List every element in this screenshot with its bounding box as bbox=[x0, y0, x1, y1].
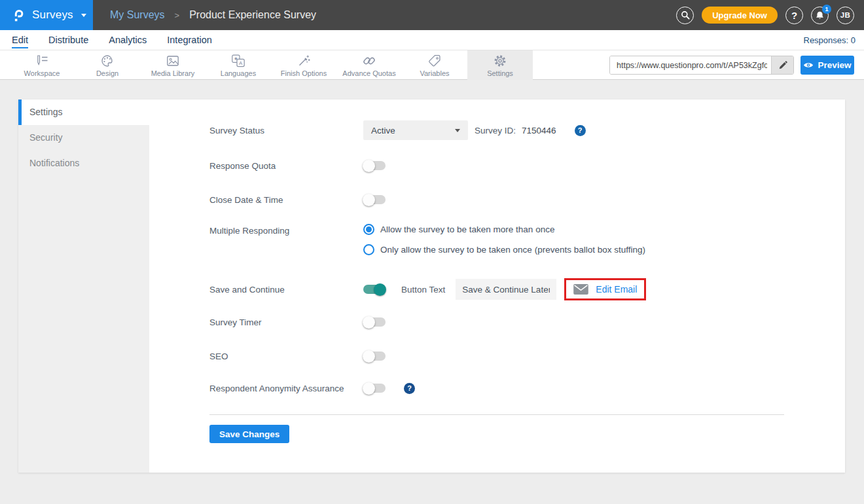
pencil-icon bbox=[778, 61, 787, 70]
product-name: Surveys bbox=[32, 9, 73, 22]
tag-icon bbox=[427, 54, 442, 68]
content-area: Settings Security Notifications Survey S… bbox=[0, 80, 864, 504]
toolbar-item-advance-quotas[interactable]: Advance Quotas bbox=[336, 50, 402, 80]
save-and-continue-row: Save and Continue Button Text Edit Email bbox=[209, 277, 819, 302]
upgrade-now-button[interactable]: Upgrade Now bbox=[702, 7, 778, 24]
close-date-label: Close Date & Time bbox=[209, 195, 363, 205]
settings-form: Survey Status Active Survey ID: 7150446 … bbox=[149, 99, 845, 473]
search-icon bbox=[680, 10, 691, 20]
seo-toggle[interactable] bbox=[363, 351, 386, 361]
toolbar-item-variables[interactable]: Variables bbox=[402, 50, 467, 80]
response-quota-toggle[interactable] bbox=[363, 161, 386, 170]
survey-timer-label: Survey Timer bbox=[209, 317, 363, 327]
multiple-responding-label: Multiple Responding bbox=[209, 224, 363, 236]
edit-toolbar: Workspace Design Media Library ★ bbox=[0, 50, 864, 80]
toggle-knob bbox=[363, 194, 375, 206]
magic-wand-icon bbox=[297, 54, 311, 68]
radio-option-once-only[interactable]: Only allow the survey to be taken once (… bbox=[363, 244, 645, 255]
toggle-knob bbox=[363, 160, 375, 172]
toggle-knob bbox=[374, 283, 386, 296]
toolbar-item-label: Finish Options bbox=[281, 69, 327, 77]
button-text-label: Button Text bbox=[401, 285, 445, 295]
anonymity-help-icon[interactable]: ? bbox=[404, 383, 415, 394]
search-button[interactable] bbox=[676, 7, 694, 24]
toolbar-item-languages[interactable]: ★ A Languages bbox=[206, 50, 271, 80]
notifications-button[interactable]: 1 bbox=[811, 7, 829, 24]
toolbar-item-design[interactable]: Design bbox=[75, 50, 140, 80]
avatar[interactable]: JB bbox=[837, 7, 854, 24]
toolbar-item-finish-options[interactable]: Finish Options bbox=[271, 50, 336, 80]
edit-email-highlight-box[interactable]: Edit Email bbox=[564, 278, 646, 300]
preview-label: Preview bbox=[818, 60, 851, 70]
toolbar-item-settings[interactable]: Settings bbox=[467, 50, 533, 80]
sidebar-item-security[interactable]: Security bbox=[18, 125, 149, 151]
survey-status-select[interactable]: Active bbox=[363, 120, 468, 140]
chevron-down-icon bbox=[455, 129, 460, 132]
header-actions: Upgrade Now ? 1 JB bbox=[676, 0, 854, 30]
tab-integration[interactable]: Integration bbox=[167, 32, 212, 48]
top-header: Surveys My Surveys > Product Experience … bbox=[0, 0, 864, 30]
avatar-initials: JB bbox=[840, 11, 850, 19]
radio-option-label: Only allow the survey to be taken once (… bbox=[380, 245, 645, 255]
envelope-icon bbox=[573, 284, 588, 295]
survey-id-help-icon[interactable]: ? bbox=[575, 125, 586, 136]
toolbar-item-label: Settings bbox=[487, 69, 513, 77]
breadcrumb-survey-title: Product Experience Survey bbox=[189, 9, 316, 21]
tab-analytics[interactable]: Analytics bbox=[109, 32, 147, 48]
survey-timer-row: Survey Timer bbox=[209, 313, 819, 331]
workspace-icon bbox=[35, 54, 49, 68]
gear-icon bbox=[493, 54, 507, 68]
tab-edit[interactable]: Edit bbox=[12, 32, 28, 48]
product-switcher[interactable]: Surveys bbox=[0, 0, 93, 30]
help-button[interactable]: ? bbox=[785, 7, 803, 24]
responses-count: Responses: 0 bbox=[804, 35, 856, 45]
survey-timer-toggle[interactable] bbox=[363, 317, 386, 327]
notification-badge: 1 bbox=[822, 5, 831, 14]
close-date-toggle[interactable] bbox=[363, 195, 386, 204]
preview-button[interactable]: Preview bbox=[801, 56, 854, 75]
sidebar-item-notifications[interactable]: Notifications bbox=[18, 151, 149, 176]
toggle-knob bbox=[363, 382, 375, 395]
anonymity-toggle[interactable] bbox=[363, 384, 386, 393]
sidebar-item-settings[interactable]: Settings bbox=[18, 99, 149, 125]
button-text-input[interactable] bbox=[456, 279, 556, 300]
survey-url-field bbox=[609, 56, 794, 75]
survey-tab-bar: Edit Distribute Analytics Integration Re… bbox=[0, 30, 864, 50]
edit-url-button[interactable] bbox=[771, 56, 793, 74]
toggle-knob bbox=[363, 316, 375, 329]
breadcrumb-separator: > bbox=[175, 10, 180, 20]
form-divider bbox=[209, 414, 784, 415]
radio-option-label: Allow the survey to be taken more than o… bbox=[380, 225, 554, 234]
save-and-continue-toggle[interactable] bbox=[363, 285, 386, 294]
radio-selected-icon[interactable] bbox=[363, 224, 374, 235]
toolbar-item-workspace[interactable]: Workspace bbox=[9, 50, 75, 80]
svg-text:A: A bbox=[239, 60, 243, 65]
radio-unselected-icon[interactable] bbox=[363, 244, 374, 255]
survey-url-input[interactable] bbox=[610, 56, 771, 74]
save-changes-button[interactable]: Save Changes bbox=[209, 425, 289, 443]
anonymity-row: Respondent Anonymity Assurance ? bbox=[209, 379, 819, 397]
breadcrumb-my-surveys[interactable]: My Surveys bbox=[110, 9, 165, 21]
radio-option-multiple-allowed[interactable]: Allow the survey to be taken more than o… bbox=[363, 224, 645, 235]
survey-id-value: 7150446 bbox=[522, 126, 556, 135]
help-glyph: ? bbox=[791, 10, 797, 21]
chevron-down-icon bbox=[81, 14, 86, 17]
survey-status-row: Survey Status Active Survey ID: 7150446 … bbox=[209, 120, 819, 140]
chain-links-icon bbox=[362, 54, 376, 68]
survey-id-label: Survey ID: bbox=[475, 126, 516, 135]
toolbar-item-media-library[interactable]: Media Library bbox=[140, 50, 206, 80]
toolbar-item-label: Media Library bbox=[151, 69, 195, 77]
toolbar-item-label: Design bbox=[96, 69, 118, 77]
seo-label: SEO bbox=[209, 351, 363, 361]
tab-distribute[interactable]: Distribute bbox=[48, 32, 88, 48]
survey-status-label: Survey Status bbox=[209, 126, 363, 135]
response-quota-label: Response Quota bbox=[209, 161, 363, 171]
languages-icon: ★ A bbox=[231, 54, 245, 68]
edit-email-link[interactable]: Edit Email bbox=[596, 284, 637, 295]
design-palette-icon bbox=[100, 54, 115, 68]
multiple-responding-options: Allow the survey to be taken more than o… bbox=[363, 224, 645, 255]
multiple-responding-row: Multiple Responding Allow the survey to … bbox=[209, 224, 819, 262]
questionpro-logo-icon bbox=[11, 8, 26, 23]
toolbar-items: Workspace Design Media Library ★ bbox=[9, 50, 533, 80]
response-quota-row: Response Quota bbox=[209, 156, 819, 175]
